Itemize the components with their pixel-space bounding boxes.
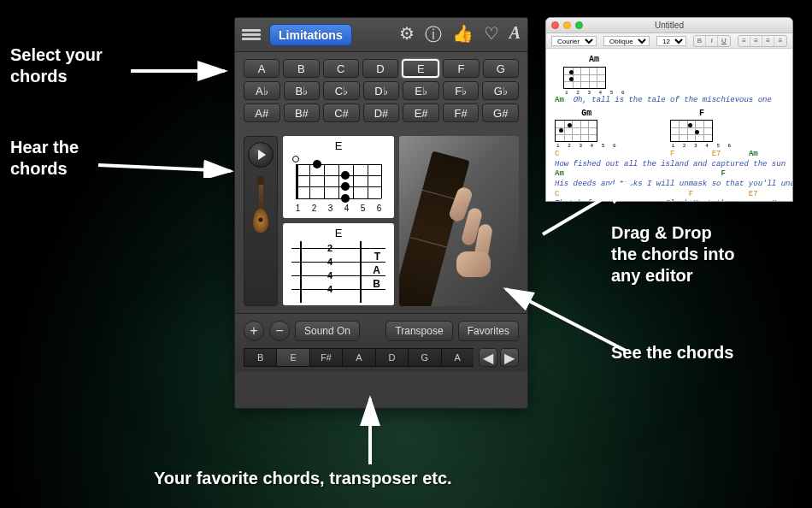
- font-icon[interactable]: A: [509, 23, 521, 46]
- chord-button[interactable]: C: [323, 59, 359, 78]
- tuning-note[interactable]: D: [375, 348, 408, 367]
- tuning-note[interactable]: B: [244, 348, 276, 367]
- svg-line-1: [98, 165, 231, 171]
- chord-button[interactable]: G♭: [482, 81, 519, 100]
- chord-mini-diagram: [555, 120, 597, 142]
- editor-titlebar[interactable]: Untitled: [546, 18, 792, 33]
- chord-button[interactable]: G: [483, 59, 519, 78]
- chord-button[interactable]: E♭: [403, 81, 439, 100]
- arrow-icon: [127, 58, 238, 84]
- chord-button[interactable]: C♭: [323, 81, 360, 100]
- chord-button[interactable]: D♭: [363, 81, 400, 100]
- topbar: Limitations ⚙ ⓘ 👍 ♡ A: [235, 18, 527, 52]
- chord-button[interactable]: B♭: [284, 81, 321, 100]
- editor-body[interactable]: Am 1 2 3 4 5 6 Am Oh, tall is the tale o…: [546, 49, 792, 202]
- tuning-note[interactable]: G: [408, 348, 440, 367]
- font-size-select[interactable]: 12: [656, 36, 686, 46]
- callout-see-chords: See the chords: [611, 342, 733, 363]
- add-button[interactable]: +: [244, 321, 264, 341]
- chord-tab-label: E: [288, 227, 389, 239]
- callout-favorites: Your favorite chords, transposer etc.: [154, 468, 452, 489]
- chord-button[interactable]: E: [402, 59, 439, 78]
- chord-button[interactable]: F: [443, 59, 479, 78]
- editor-title: Untitled: [546, 21, 792, 30]
- heart-icon[interactable]: ♡: [484, 23, 499, 46]
- transpose-button[interactable]: Transpose: [385, 321, 452, 341]
- callout-drag-drop: Drag & Drop the chords into any editor: [611, 222, 734, 286]
- gear-icon[interactable]: ⚙: [399, 23, 415, 46]
- chord-diagram-label: E: [288, 139, 389, 152]
- callout-hear-chords: Hear the chords: [10, 137, 79, 180]
- chord-button[interactable]: A♭: [244, 81, 280, 100]
- chord-button[interactable]: C#: [323, 103, 360, 122]
- chord-button[interactable]: B#: [284, 103, 321, 122]
- thumbs-up-icon[interactable]: 👍: [452, 23, 474, 46]
- limitations-button[interactable]: Limitations: [269, 24, 352, 46]
- prev-arrow-button[interactable]: ◀: [479, 348, 497, 367]
- font-select[interactable]: Courier: [551, 36, 597, 46]
- chord-app-panel: Limitations ⚙ ⓘ 👍 ♡ A A B C D E F G A♭ B…: [234, 17, 528, 409]
- chord-button[interactable]: D: [362, 59, 398, 78]
- chord-button[interactable]: E#: [403, 103, 439, 122]
- tuning-note[interactable]: A: [441, 348, 474, 367]
- callout-select-chords: Select your chords: [10, 44, 103, 87]
- tuning-note[interactable]: A: [342, 348, 374, 367]
- chord-display-area: E: [235, 129, 527, 313]
- chord-button[interactable]: G#: [482, 103, 519, 122]
- chord-button[interactable]: A: [244, 59, 279, 78]
- editor-toolbar: Courier Oblique 12 BIU ≡≡≡≡: [546, 33, 792, 49]
- chord-button[interactable]: F♭: [443, 81, 480, 100]
- chord-button[interactable]: A#: [244, 103, 280, 122]
- play-button[interactable]: [248, 142, 274, 168]
- favorites-button[interactable]: Favorites: [458, 321, 519, 341]
- chord-selector-grid: A B C D E F G A♭ B♭ C♭ D♭ E♭ F♭ G♭ A# B#…: [235, 52, 527, 129]
- tuning-note[interactable]: F#: [309, 348, 342, 367]
- instrument-icon[interactable]: [252, 176, 269, 245]
- next-arrow-button[interactable]: ▶: [500, 348, 519, 367]
- chord-diagram[interactable]: E: [283, 136, 394, 218]
- chord-tab-diagram[interactable]: E 2 4 4 4 T A B: [283, 223, 394, 305]
- remove-button[interactable]: −: [269, 321, 290, 341]
- bottom-bar: + − Sound On Transpose Favorites B E F# …: [235, 313, 527, 372]
- tuning-note[interactable]: E: [276, 348, 309, 367]
- font-style-select[interactable]: Oblique: [603, 36, 650, 46]
- chord-mini-diagram: [670, 120, 713, 142]
- arrow-icon: [94, 152, 244, 178]
- chord-button[interactable]: D#: [363, 103, 400, 122]
- menu-icon[interactable]: [242, 27, 261, 43]
- text-style-group[interactable]: BIU: [693, 35, 731, 47]
- playback-column: [244, 136, 278, 306]
- info-icon[interactable]: ⓘ: [425, 23, 442, 46]
- sound-toggle-button[interactable]: Sound On: [295, 321, 360, 341]
- chord-mini-diagram: [563, 67, 606, 89]
- align-group[interactable]: ≡≡≡≡: [738, 35, 787, 47]
- chord-button[interactable]: B: [283, 59, 319, 78]
- text-editor-window: Untitled Courier Oblique 12 BIU ≡≡≡≡ Am …: [545, 17, 793, 202]
- chord-button[interactable]: F#: [443, 103, 480, 122]
- chord-photo[interactable]: [399, 136, 519, 306]
